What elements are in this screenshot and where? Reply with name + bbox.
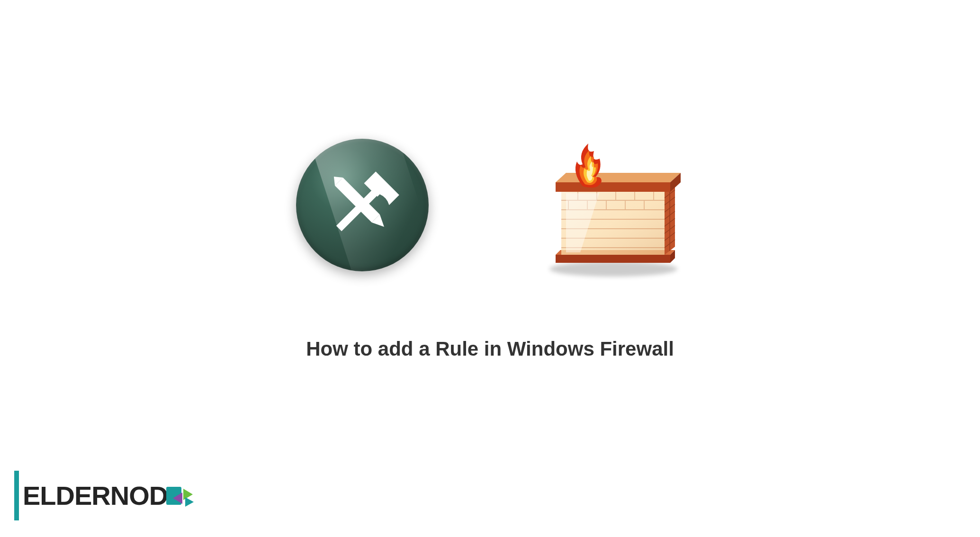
hammer-pencil-icon xyxy=(320,162,405,248)
svg-marker-34 xyxy=(183,489,193,500)
brand-logo: ELDERNOD xyxy=(14,471,200,520)
logo-text: ELDERNOD xyxy=(23,480,168,511)
logo-accent-bar xyxy=(14,471,19,520)
firewall-icon xyxy=(533,129,684,281)
main-content: How to add a Rule in Windows Firewall xyxy=(0,0,980,537)
svg-point-4 xyxy=(549,261,677,277)
logo-graphic-icon xyxy=(166,483,200,509)
tools-icon xyxy=(296,139,429,271)
svg-marker-35 xyxy=(185,497,194,507)
icons-row xyxy=(296,129,684,281)
page-title: How to add a Rule in Windows Firewall xyxy=(306,338,674,360)
